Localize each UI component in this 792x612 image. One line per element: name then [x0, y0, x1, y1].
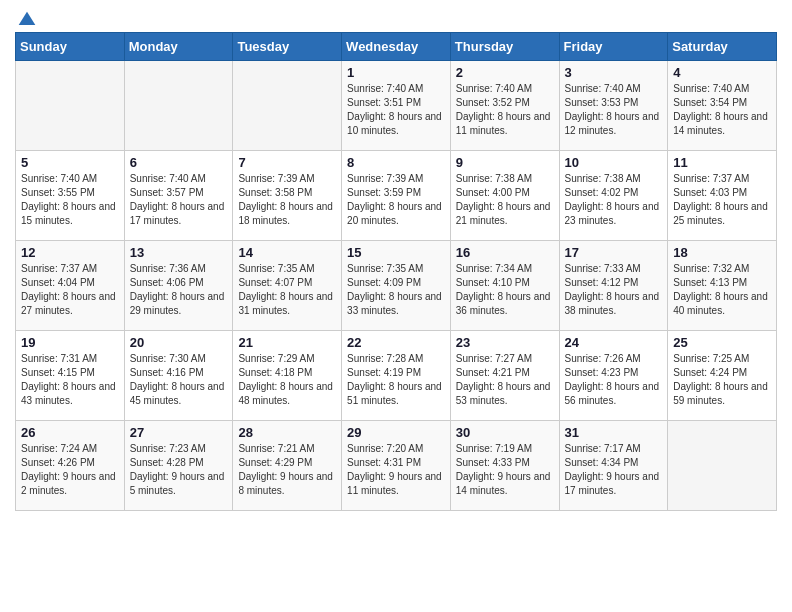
day-header-sunday: Sunday	[16, 33, 125, 61]
day-info: Sunrise: 7:23 AM Sunset: 4:28 PM Dayligh…	[130, 442, 228, 498]
day-info: Sunrise: 7:19 AM Sunset: 4:33 PM Dayligh…	[456, 442, 554, 498]
day-number: 15	[347, 245, 445, 260]
calendar-cell: 7Sunrise: 7:39 AM Sunset: 3:58 PM Daylig…	[233, 151, 342, 241]
day-number: 7	[238, 155, 336, 170]
day-info: Sunrise: 7:26 AM Sunset: 4:23 PM Dayligh…	[565, 352, 663, 408]
svg-marker-0	[19, 12, 36, 25]
day-header-saturday: Saturday	[668, 33, 777, 61]
day-header-thursday: Thursday	[450, 33, 559, 61]
day-number: 6	[130, 155, 228, 170]
calendar-cell: 12Sunrise: 7:37 AM Sunset: 4:04 PM Dayli…	[16, 241, 125, 331]
day-info: Sunrise: 7:38 AM Sunset: 4:02 PM Dayligh…	[565, 172, 663, 228]
calendar-cell: 8Sunrise: 7:39 AM Sunset: 3:59 PM Daylig…	[342, 151, 451, 241]
calendar-cell: 10Sunrise: 7:38 AM Sunset: 4:02 PM Dayli…	[559, 151, 668, 241]
week-row-2: 5Sunrise: 7:40 AM Sunset: 3:55 PM Daylig…	[16, 151, 777, 241]
week-row-5: 26Sunrise: 7:24 AM Sunset: 4:26 PM Dayli…	[16, 421, 777, 511]
day-info: Sunrise: 7:34 AM Sunset: 4:10 PM Dayligh…	[456, 262, 554, 318]
calendar-cell: 31Sunrise: 7:17 AM Sunset: 4:34 PM Dayli…	[559, 421, 668, 511]
calendar-cell: 28Sunrise: 7:21 AM Sunset: 4:29 PM Dayli…	[233, 421, 342, 511]
day-info: Sunrise: 7:25 AM Sunset: 4:24 PM Dayligh…	[673, 352, 771, 408]
day-header-monday: Monday	[124, 33, 233, 61]
day-info: Sunrise: 7:39 AM Sunset: 3:59 PM Dayligh…	[347, 172, 445, 228]
logo-icon	[17, 10, 37, 30]
day-number: 16	[456, 245, 554, 260]
day-number: 21	[238, 335, 336, 350]
day-number: 14	[238, 245, 336, 260]
day-number: 26	[21, 425, 119, 440]
calendar-cell: 9Sunrise: 7:38 AM Sunset: 4:00 PM Daylig…	[450, 151, 559, 241]
calendar-cell: 16Sunrise: 7:34 AM Sunset: 4:10 PM Dayli…	[450, 241, 559, 331]
calendar-cell: 22Sunrise: 7:28 AM Sunset: 4:19 PM Dayli…	[342, 331, 451, 421]
day-info: Sunrise: 7:40 AM Sunset: 3:52 PM Dayligh…	[456, 82, 554, 138]
day-info: Sunrise: 7:28 AM Sunset: 4:19 PM Dayligh…	[347, 352, 445, 408]
day-number: 11	[673, 155, 771, 170]
day-info: Sunrise: 7:38 AM Sunset: 4:00 PM Dayligh…	[456, 172, 554, 228]
day-number: 25	[673, 335, 771, 350]
day-number: 3	[565, 65, 663, 80]
day-info: Sunrise: 7:29 AM Sunset: 4:18 PM Dayligh…	[238, 352, 336, 408]
day-number: 29	[347, 425, 445, 440]
calendar-cell: 26Sunrise: 7:24 AM Sunset: 4:26 PM Dayli…	[16, 421, 125, 511]
day-info: Sunrise: 7:40 AM Sunset: 3:57 PM Dayligh…	[130, 172, 228, 228]
calendar-table: SundayMondayTuesdayWednesdayThursdayFrid…	[15, 32, 777, 511]
calendar-cell: 20Sunrise: 7:30 AM Sunset: 4:16 PM Dayli…	[124, 331, 233, 421]
calendar-cell: 30Sunrise: 7:19 AM Sunset: 4:33 PM Dayli…	[450, 421, 559, 511]
calendar-cell: 1Sunrise: 7:40 AM Sunset: 3:51 PM Daylig…	[342, 61, 451, 151]
day-info: Sunrise: 7:32 AM Sunset: 4:13 PM Dayligh…	[673, 262, 771, 318]
day-number: 12	[21, 245, 119, 260]
day-info: Sunrise: 7:36 AM Sunset: 4:06 PM Dayligh…	[130, 262, 228, 318]
calendar-cell: 21Sunrise: 7:29 AM Sunset: 4:18 PM Dayli…	[233, 331, 342, 421]
day-number: 10	[565, 155, 663, 170]
day-number: 5	[21, 155, 119, 170]
day-info: Sunrise: 7:35 AM Sunset: 4:09 PM Dayligh…	[347, 262, 445, 318]
calendar-cell	[668, 421, 777, 511]
calendar-cell: 18Sunrise: 7:32 AM Sunset: 4:13 PM Dayli…	[668, 241, 777, 331]
calendar-cell: 2Sunrise: 7:40 AM Sunset: 3:52 PM Daylig…	[450, 61, 559, 151]
day-number: 18	[673, 245, 771, 260]
page-header	[15, 10, 777, 24]
calendar-cell: 29Sunrise: 7:20 AM Sunset: 4:31 PM Dayli…	[342, 421, 451, 511]
day-number: 27	[130, 425, 228, 440]
calendar-cell: 25Sunrise: 7:25 AM Sunset: 4:24 PM Dayli…	[668, 331, 777, 421]
week-row-1: 1Sunrise: 7:40 AM Sunset: 3:51 PM Daylig…	[16, 61, 777, 151]
day-info: Sunrise: 7:17 AM Sunset: 4:34 PM Dayligh…	[565, 442, 663, 498]
calendar-cell: 23Sunrise: 7:27 AM Sunset: 4:21 PM Dayli…	[450, 331, 559, 421]
logo	[15, 10, 37, 24]
day-header-friday: Friday	[559, 33, 668, 61]
calendar-cell	[233, 61, 342, 151]
day-info: Sunrise: 7:35 AM Sunset: 4:07 PM Dayligh…	[238, 262, 336, 318]
week-row-3: 12Sunrise: 7:37 AM Sunset: 4:04 PM Dayli…	[16, 241, 777, 331]
calendar-cell: 14Sunrise: 7:35 AM Sunset: 4:07 PM Dayli…	[233, 241, 342, 331]
day-number: 30	[456, 425, 554, 440]
calendar-cell: 13Sunrise: 7:36 AM Sunset: 4:06 PM Dayli…	[124, 241, 233, 331]
calendar-cell: 27Sunrise: 7:23 AM Sunset: 4:28 PM Dayli…	[124, 421, 233, 511]
calendar-cell: 4Sunrise: 7:40 AM Sunset: 3:54 PM Daylig…	[668, 61, 777, 151]
day-info: Sunrise: 7:20 AM Sunset: 4:31 PM Dayligh…	[347, 442, 445, 498]
day-number: 28	[238, 425, 336, 440]
day-info: Sunrise: 7:24 AM Sunset: 4:26 PM Dayligh…	[21, 442, 119, 498]
day-number: 2	[456, 65, 554, 80]
day-number: 13	[130, 245, 228, 260]
day-number: 17	[565, 245, 663, 260]
calendar-header-row: SundayMondayTuesdayWednesdayThursdayFrid…	[16, 33, 777, 61]
day-number: 9	[456, 155, 554, 170]
day-info: Sunrise: 7:30 AM Sunset: 4:16 PM Dayligh…	[130, 352, 228, 408]
day-number: 4	[673, 65, 771, 80]
day-info: Sunrise: 7:40 AM Sunset: 3:55 PM Dayligh…	[21, 172, 119, 228]
day-info: Sunrise: 7:40 AM Sunset: 3:53 PM Dayligh…	[565, 82, 663, 138]
day-number: 31	[565, 425, 663, 440]
day-info: Sunrise: 7:40 AM Sunset: 3:54 PM Dayligh…	[673, 82, 771, 138]
day-header-tuesday: Tuesday	[233, 33, 342, 61]
day-number: 8	[347, 155, 445, 170]
calendar-cell: 5Sunrise: 7:40 AM Sunset: 3:55 PM Daylig…	[16, 151, 125, 241]
day-header-wednesday: Wednesday	[342, 33, 451, 61]
day-info: Sunrise: 7:33 AM Sunset: 4:12 PM Dayligh…	[565, 262, 663, 318]
day-number: 1	[347, 65, 445, 80]
day-number: 20	[130, 335, 228, 350]
calendar-cell: 11Sunrise: 7:37 AM Sunset: 4:03 PM Dayli…	[668, 151, 777, 241]
calendar-cell	[124, 61, 233, 151]
calendar-cell	[16, 61, 125, 151]
day-number: 19	[21, 335, 119, 350]
calendar-cell: 6Sunrise: 7:40 AM Sunset: 3:57 PM Daylig…	[124, 151, 233, 241]
calendar-cell: 24Sunrise: 7:26 AM Sunset: 4:23 PM Dayli…	[559, 331, 668, 421]
